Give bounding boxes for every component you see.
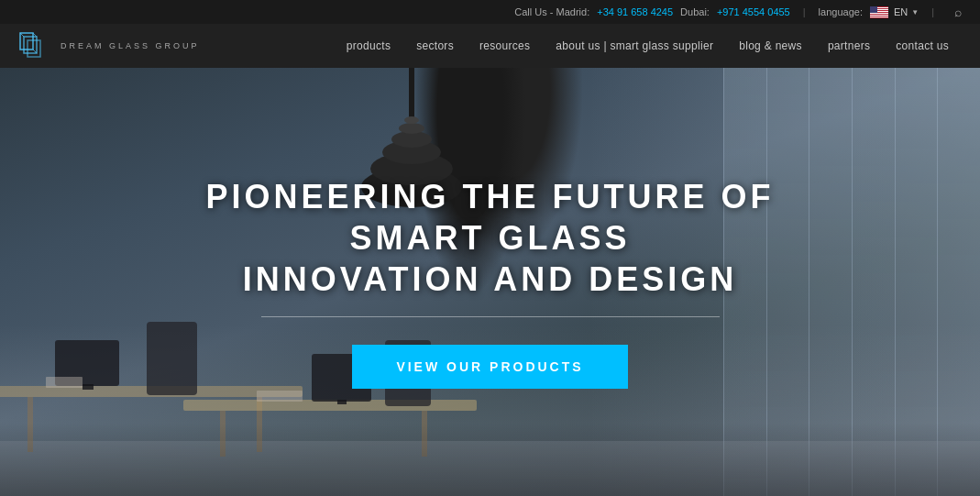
navbar: DREAM GLASS GROUP productssectorsresourc… [0, 24, 980, 68]
nav-resources[interactable]: resources [467, 24, 543, 68]
nav-products[interactable]: products [334, 24, 403, 68]
call-label: Call Us - Madrid: [514, 6, 589, 17]
svg-rect-6 [870, 17, 888, 17]
nav-blog[interactable]: blog & news [726, 24, 815, 68]
lang-code: EN [894, 6, 908, 17]
logo-area[interactable]: DREAM GLASS GROUP [18, 29, 202, 62]
dubai-phone[interactable]: +971 4554 0455 [717, 6, 790, 17]
hero-title: PIONEERING THE FUTURE OF SMART GLASS INN… [170, 176, 811, 300]
nav-about[interactable]: about us | smart glass supplier [543, 24, 726, 68]
svg-rect-34 [46, 377, 83, 388]
chevron-down-icon: ▼ [911, 8, 919, 17]
nav-contact[interactable]: contact us [883, 24, 962, 68]
hero-overlay [0, 423, 980, 496]
svg-rect-5 [870, 15, 888, 16]
cta-button[interactable]: VIEW OUR PRODUCTS [352, 345, 627, 389]
nav-partners[interactable]: partners [815, 24, 883, 68]
svg-rect-7 [870, 6, 877, 13]
svg-rect-35 [257, 391, 303, 402]
nav-sectors[interactable]: sectors [403, 24, 467, 68]
nav-links: productssectorsresourcesabout us | smart… [334, 24, 962, 68]
svg-point-20 [404, 116, 419, 124]
madrid-phone[interactable]: +34 91 658 4245 [597, 6, 673, 17]
svg-rect-14 [409, 68, 414, 118]
hero-section: PIONEERING THE FUTURE OF SMART GLASS INN… [0, 68, 980, 496]
hero-content: PIONEERING THE FUTURE OF SMART GLASS INN… [170, 176, 811, 389]
svg-rect-10 [28, 40, 40, 57]
search-icon[interactable]: ⌕ [954, 5, 962, 19]
hero-divider [261, 316, 720, 317]
svg-rect-26 [83, 384, 94, 390]
dubai-label: Dubai: [680, 6, 710, 17]
svg-rect-32 [337, 400, 347, 404]
top-bar: Call Us - Madrid: +34 91 658 4245 Dubai:… [0, 0, 980, 24]
hero-title-line1: PIONEERING THE FUTURE OF SMART GLASS [170, 176, 811, 259]
logo-icon [18, 29, 51, 62]
language-label: language: [819, 6, 863, 17]
flag-icon [870, 6, 888, 18]
svg-point-19 [399, 123, 424, 134]
logo-text: DREAM GLASS GROUP [61, 40, 200, 52]
hero-title-line2: INNOVATION AND DESIGN [170, 259, 811, 300]
language-selector[interactable]: EN ▼ [870, 6, 919, 18]
separator-1: | [803, 6, 806, 17]
svg-rect-4 [870, 13, 888, 14]
separator-2: | [931, 6, 934, 17]
